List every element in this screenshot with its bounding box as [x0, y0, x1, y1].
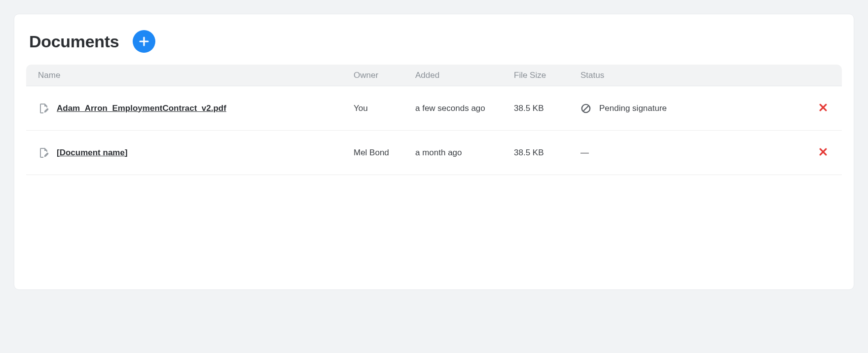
cell-status: — [580, 148, 810, 158]
documents-table: Name Owner Added File Size Status Adam_A… [26, 65, 842, 175]
cell-added: a few seconds ago [415, 104, 514, 113]
document-name-link[interactable]: Adam_Arron_EmploymentContract_v2.pdf [57, 104, 226, 113]
table-row: [Document name] Mel Bond a month ago 38.… [26, 131, 842, 175]
table-row: Adam_Arron_EmploymentContract_v2.pdf You… [26, 86, 842, 131]
document-sign-icon [38, 103, 50, 114]
table-header: Name Owner Added File Size Status [26, 65, 842, 86]
card-header: Documents [14, 26, 854, 65]
document-sign-icon [38, 147, 50, 159]
cell-added: a month ago [415, 148, 514, 158]
col-header-owner: Owner [354, 71, 415, 80]
cell-size: 38.5 KB [514, 104, 580, 113]
col-header-added: Added [415, 71, 514, 80]
add-document-button[interactable] [133, 30, 155, 53]
svg-line-1 [583, 106, 588, 110]
delete-button[interactable] [816, 101, 830, 116]
close-icon [818, 103, 828, 112]
cell-status: Pending signature [580, 103, 810, 114]
cell-size: 38.5 KB [514, 148, 580, 158]
cell-owner: You [354, 104, 415, 113]
col-header-name: Name [38, 71, 354, 80]
documents-card: Documents Name Owner Added File Size Sta… [14, 14, 854, 290]
plus-icon [138, 35, 150, 47]
close-icon [818, 147, 828, 157]
status-text: — [580, 148, 590, 158]
status-text: Pending signature [599, 104, 667, 113]
delete-button[interactable] [816, 145, 830, 160]
page-title: Documents [29, 32, 119, 51]
col-header-size: File Size [514, 71, 580, 80]
document-name-link[interactable]: [Document name] [57, 148, 128, 158]
pending-icon [580, 103, 591, 114]
col-header-status: Status [580, 71, 810, 80]
cell-owner: Mel Bond [354, 148, 415, 158]
